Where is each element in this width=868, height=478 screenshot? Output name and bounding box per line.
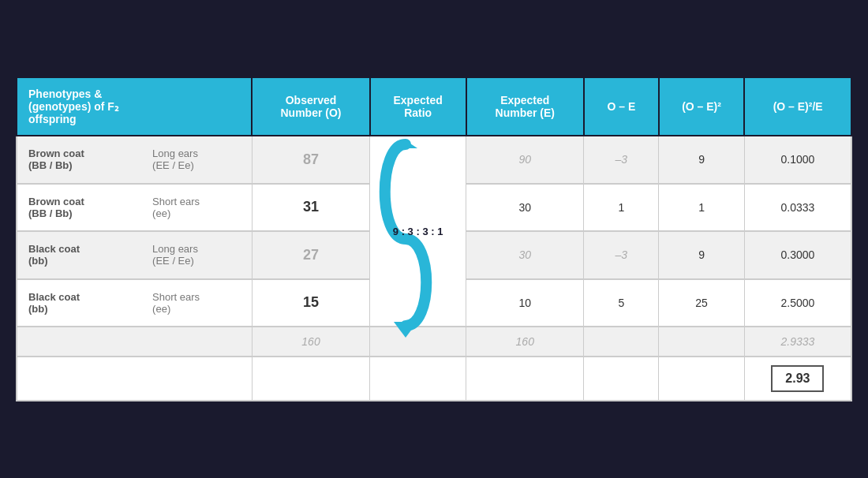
oe2e-value: 2.5000 [744, 279, 851, 327]
total-oe2 [659, 327, 745, 357]
total-observed: 160 [252, 327, 369, 357]
oe2e-value: 0.1000 [744, 136, 851, 184]
phenotype-main: Black coat (bb) [17, 279, 143, 327]
observed-value: 15 [252, 279, 369, 327]
expected-number: 90 [466, 136, 584, 184]
chi-squared-cell: 2.93 [744, 357, 851, 401]
header-expected-number: Expected Number (E) [466, 77, 584, 136]
oe-value: –3 [584, 136, 659, 184]
phenotype-sub: Short ears (ee) [143, 279, 252, 327]
ratio-label: 9 : 3 : 3 : 1 [393, 226, 443, 237]
chi-empty-exp [466, 357, 584, 401]
oe-value: 5 [584, 279, 659, 327]
oe2e-value: 0.3000 [744, 231, 851, 279]
header-expected-ratio: Expected Ratio [370, 77, 466, 136]
header-oe: O – E [584, 77, 659, 136]
oe-value: 1 [584, 184, 659, 232]
phenotype-sub: Long ears (EE / Ee) [143, 231, 252, 279]
chi-empty-oe [584, 357, 659, 401]
oe2-value: 9 [659, 136, 745, 184]
observed-value: 87 [252, 136, 369, 184]
total-oe [584, 327, 659, 357]
header-observed: Observed Number (O) [252, 77, 369, 136]
chi-empty-obs [252, 357, 369, 401]
chi-empty-ratio [370, 357, 466, 401]
phenotype-sub: Short ears (ee) [143, 184, 252, 232]
phenotype-main: Brown coat (BB / Bb) [17, 184, 143, 232]
header-oe2: (O – E)² [659, 77, 745, 136]
phenotype-sub: Long ears (EE / Ee) [143, 136, 252, 184]
ratio-arrows-svg [370, 136, 441, 342]
expected-number: 30 [466, 231, 584, 279]
table-wrapper: Phenotypes & (genotypes) of F₂ offspring… [0, 61, 868, 417]
expected-number: 30 [466, 184, 584, 232]
chi-squared-table: Phenotypes & (genotypes) of F₂ offspring… [16, 77, 852, 401]
oe-value: –3 [584, 231, 659, 279]
observed-value: 31 [252, 184, 369, 232]
phenotype-main: Brown coat (BB / Bb) [17, 136, 143, 184]
chi-squared-value: 2.93 [771, 365, 824, 392]
chi-empty-oe2 [659, 357, 745, 401]
phenotype-main: Black coat (bb) [17, 231, 143, 279]
total-label [17, 327, 252, 357]
header-phenotype: Phenotypes & (genotypes) of F₂ offspring [17, 77, 252, 136]
oe2-value: 9 [659, 231, 745, 279]
oe2-value: 25 [659, 279, 745, 327]
expected-number: 10 [466, 279, 584, 327]
oe2e-value: 0.0333 [744, 184, 851, 232]
oe2-value: 1 [659, 184, 745, 232]
svg-marker-0 [394, 322, 417, 338]
header-oe2e: (O – E)²/E [744, 77, 851, 136]
chi-label [17, 357, 252, 401]
observed-value: 27 [252, 231, 369, 279]
total-expected: 160 [466, 327, 584, 357]
total-oe2e-sum: 2.9333 [744, 327, 851, 357]
expected-ratio-cell: 9 : 3 : 3 : 1 [370, 136, 466, 327]
